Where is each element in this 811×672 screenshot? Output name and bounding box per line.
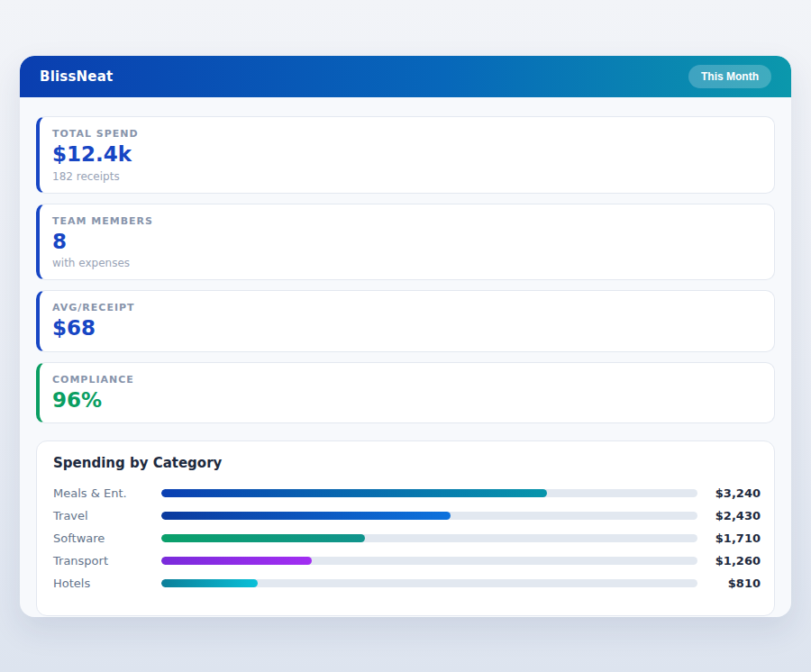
chart-title: Spending by Category <box>53 455 761 471</box>
bar-fill-travel <box>161 512 451 520</box>
category-label: Meals & Ent. <box>53 486 161 500</box>
bar-track <box>161 557 697 565</box>
app-header: BlissNeat This Month <box>20 56 791 97</box>
chart-row-software: Software $1,710 <box>53 527 761 549</box>
stat-label: TEAM MEMBERS <box>52 215 758 227</box>
stat-value: 8 <box>52 230 758 255</box>
chart-row-meals: Meals & Ent. $3,240 <box>53 482 761 504</box>
amount-label: $1,710 <box>697 531 761 545</box>
bar-fill-software <box>161 534 365 542</box>
stat-label: COMPLIANCE <box>52 374 758 386</box>
bar-fill-meals <box>161 489 547 497</box>
bar-track <box>161 534 697 542</box>
chart-row-transport: Transport $1,260 <box>53 549 761 572</box>
spending-by-category-chart: Spending by Category Meals & Ent. $3,240… <box>36 440 775 616</box>
chart-row-hotels: Hotels $810 <box>53 572 761 595</box>
stat-value: $68 <box>52 316 758 341</box>
stat-label: AVG/RECEIPT <box>52 302 758 313</box>
period-badge[interactable]: This Month <box>688 65 771 88</box>
category-label: Travel <box>53 509 161 522</box>
stat-subtext: with expenses <box>52 257 758 269</box>
dashboard-container: BlissNeat This Month TOTAL SPEND $12.4k … <box>20 56 791 617</box>
bar-track <box>161 512 697 520</box>
dashboard-content: TOTAL SPEND $12.4k 182 receipts TEAM MEM… <box>20 97 791 617</box>
stat-card-avg-receipt: AVG/RECEIPT $68 <box>36 290 775 352</box>
stat-value: $12.4k <box>52 142 758 168</box>
bar-track <box>161 579 697 587</box>
app-title: BlissNeat <box>40 68 113 85</box>
stat-value: 96% <box>52 388 758 413</box>
stat-subtext: 182 receipts <box>52 170 758 183</box>
category-label: Hotels <box>53 577 161 590</box>
stat-card-total-spend: TOTAL SPEND $12.4k 182 receipts <box>36 116 775 194</box>
amount-label: $810 <box>697 577 761 590</box>
stat-card-team-members: TEAM MEMBERS 8 with expenses <box>36 204 775 281</box>
amount-label: $3,240 <box>697 486 761 500</box>
chart-row-travel: Travel $2,430 <box>53 504 761 527</box>
category-label: Software <box>53 531 161 545</box>
bar-fill-transport <box>161 557 312 565</box>
amount-label: $2,430 <box>697 509 761 522</box>
amount-label: $1,260 <box>697 554 761 568</box>
category-label: Transport <box>53 554 161 568</box>
stat-label: TOTAL SPEND <box>52 128 758 140</box>
bar-track <box>161 489 697 497</box>
stat-card-compliance: COMPLIANCE 96% <box>36 362 775 424</box>
bar-fill-hotels <box>161 579 258 587</box>
